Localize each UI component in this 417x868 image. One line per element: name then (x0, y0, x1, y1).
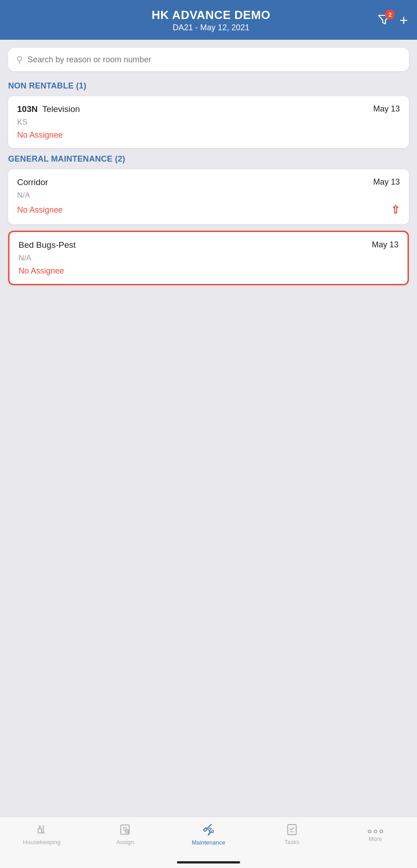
search-input[interactable] (28, 55, 401, 65)
card-subtitle: N/A (19, 254, 398, 263)
filter-badge: 2 (385, 9, 395, 19)
assign-icon (118, 823, 132, 836)
bottom-nav: Housekeeping Assign Maintenance (0, 817, 417, 859)
home-bar (177, 861, 240, 863)
nav-label-housekeeping: Housekeeping (23, 839, 60, 845)
filter-button[interactable]: 2 (377, 12, 391, 28)
header-actions: 2 + (377, 12, 408, 28)
nav-label-maintenance: Maintenance (192, 839, 225, 846)
card-subtitle: N/A (17, 191, 400, 200)
home-indicator (0, 859, 417, 868)
header-center: HK ADVANCE DEMO DA21 - May 12, 2021 (45, 8, 377, 32)
add-button[interactable]: + (399, 13, 408, 28)
section-non-rentable: NON RENTABLE (1) 103N Television May 13 … (8, 81, 409, 148)
nav-label-tasks: Tasks (284, 839, 299, 845)
section-non-rentable-header: NON RENTABLE (1) (8, 81, 409, 91)
nav-label-more: More (369, 836, 382, 842)
card-title: 103N Television (17, 104, 80, 114)
section-general-maintenance-header: GENERAL MAINTENANCE (2) (8, 154, 409, 164)
card-title: Corridor (17, 177, 48, 187)
main-content: ⚲ NON RENTABLE (1) 103N Television May 1… (0, 40, 417, 817)
card-date: May 13 (372, 240, 398, 250)
card-top: 103N Television May 13 (17, 104, 400, 114)
app-subtitle: DA21 - May 12, 2021 (45, 23, 377, 32)
card-non-rentable-1[interactable]: 103N Television May 13 KS No Assignee (8, 96, 409, 148)
no-assignee-label: No Assignee (17, 130, 63, 140)
housekeeping-icon (35, 823, 48, 836)
maintenance-icon (201, 822, 216, 837)
nav-label-assign: Assign (116, 839, 134, 845)
card-date: May 13 (373, 177, 400, 187)
nav-item-housekeeping[interactable]: Housekeeping (0, 823, 83, 845)
search-bar: ⚲ (8, 48, 409, 71)
card-bottom: No Assignee (17, 130, 400, 140)
card-room: 103N (17, 104, 37, 114)
card-bed-bugs[interactable]: Bed Bugs-Pest May 13 N/A No Assignee (8, 231, 409, 285)
nav-item-assign[interactable]: Assign (83, 823, 167, 845)
priority-icon: ⇧ (391, 204, 400, 216)
no-assignee-label: No Assignee (19, 266, 64, 276)
card-date: May 13 (373, 104, 400, 114)
card-top: Corridor May 13 (17, 177, 400, 187)
search-icon: ⚲ (16, 54, 23, 65)
section-general-maintenance: GENERAL MAINTENANCE (2) Corridor May 13 … (8, 154, 409, 285)
card-top: Bed Bugs-Pest May 13 (19, 240, 398, 250)
app-title: HK ADVANCE DEMO (45, 8, 377, 22)
more-icon (368, 826, 383, 833)
card-subtitle: KS (17, 118, 400, 127)
no-assignee-label: No Assignee (17, 205, 63, 215)
card-bottom: No Assignee ⇧ (17, 204, 400, 216)
card-title: Bed Bugs-Pest (19, 240, 76, 250)
svg-rect-0 (38, 829, 42, 833)
tasks-icon (285, 823, 299, 836)
card-corridor[interactable]: Corridor May 13 N/A No Assignee ⇧ (8, 169, 409, 224)
nav-item-more[interactable]: More (334, 826, 417, 842)
nav-item-tasks[interactable]: Tasks (250, 823, 334, 845)
card-bottom: No Assignee (19, 266, 398, 276)
nav-item-maintenance[interactable]: Maintenance (167, 822, 250, 846)
app-header: HK ADVANCE DEMO DA21 - May 12, 2021 2 + (0, 0, 417, 40)
